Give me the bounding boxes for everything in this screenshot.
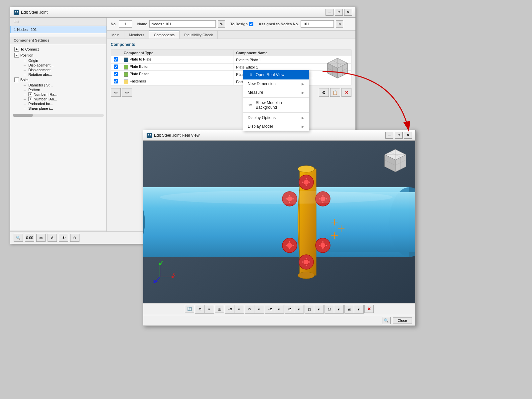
comp-btn-delete[interactable]: ✕ [341,88,351,97]
expander-number-an[interactable]: + [28,97,32,101]
assigned-edit-button[interactable]: ✕ [336,20,343,28]
info-bar: No. Name ✎ To Design Assigned to Nodes N… [107,18,355,31]
tree-item-origin[interactable]: Origin [22,58,104,63]
ctx-divider-2 [243,112,309,113]
status-view[interactable]: 👁 [59,234,68,242]
rv-btn-print[interactable]: 🖨 [345,305,354,313]
rv-btn-view[interactable]: ◫ [215,305,224,313]
rv-btn-group-z: ↔Z ▾ [265,305,284,314]
ctx-show-model[interactable]: 👁 Show Model in Background [243,98,309,112]
comp-btn-tool2[interactable]: 📋 [330,88,340,97]
viewport-3d[interactable]: Y X Z [143,141,415,304]
rv-btn-y[interactable]: ↕Y [245,305,254,313]
tree-item-displacement2[interactable]: Displacement... [22,67,104,72]
row2-checkbox[interactable] [114,65,118,69]
row4-checkbox[interactable] [114,79,118,83]
ctx-open-real-view[interactable]: 🖥 Open Real View [243,70,309,79]
rv-btn-z[interactable]: ↔Z [265,305,274,313]
row3-checkbox[interactable] [114,72,118,76]
tree-item-to-connect[interactable]: + To Connect [13,46,104,52]
rv-close-button[interactable]: Close [393,317,412,324]
tab-plausibility[interactable]: Plausibility Check [180,31,218,39]
status-text[interactable]: A [48,234,57,242]
tab-members[interactable]: Members [124,31,149,39]
rv-btn-iz-down[interactable]: ▾ [294,305,304,313]
name-label: Name [137,22,147,26]
row2-color [124,65,128,69]
assigned-input[interactable] [301,20,334,28]
no-label: No. [111,22,117,26]
rv-btn-render[interactable]: ◻ [305,305,314,313]
tree-item-position[interactable]: − Position [13,52,104,58]
to-design-checkbox[interactable] [249,22,253,26]
expander-bolts[interactable]: − [14,77,19,82]
rv-btn-move[interactable]: ⟲ [195,305,204,313]
rv-btn-cube-down[interactable]: ▾ [334,305,343,313]
rv-btn-iz[interactable]: ↕Z [285,305,294,313]
table-row[interactable]: Fasteners Fasteners 1 [111,78,351,85]
ctx-display-model[interactable]: Display Model ▶ [243,122,309,131]
tree-item-rotation[interactable]: Rotation abo... [22,72,104,77]
tree-item-number-ra[interactable]: + Number | Ra... [22,92,104,97]
tree-item-diameter[interactable]: Diameter | St... [22,83,104,87]
axis-indicator: Y X Z [153,260,177,284]
tree-item-preloaded[interactable]: Preloaded bo... [22,101,104,106]
comp-btn-back[interactable]: ⇦ [111,88,121,97]
tree-item-displacement1[interactable]: Displacement... [22,63,104,67]
rv-btn-render-down[interactable]: ▾ [314,305,324,313]
close-button[interactable]: ✕ [344,9,352,16]
col-type: Component Type [121,50,233,56]
table-row[interactable]: Plate to Plate Plate to Plate 1 [111,56,351,64]
row4-type: Fasteners [130,79,146,83]
tree-item-number-an[interactable]: + Number | An... [22,97,104,101]
comp-btn-tool1[interactable]: ⚙ [319,88,329,97]
realview-title: Edit Steel Joint Real View [154,133,200,138]
table-row[interactable]: Plate Editor Plate Editor 2 [111,71,351,78]
rv-btn-print-down[interactable]: ▾ [354,305,363,313]
settings-scrollbar[interactable] [13,114,104,117]
rv-maximize-button[interactable]: □ [395,132,403,139]
rv-close-button-x[interactable]: ✕ [404,132,412,139]
monitor-icon: 🖥 [248,72,253,77]
name-edit-button[interactable]: ✎ [218,20,225,28]
ctx-new-dimension[interactable]: New Dimension ▶ [243,79,309,88]
tree-item-pattern[interactable]: Pattern [22,87,104,92]
tree-item-shear-plane[interactable]: Shear plane i... [22,106,104,111]
row1-checkbox[interactable] [114,57,118,62]
nav-cube-main[interactable] [326,57,349,81]
rv-btn-x[interactable]: ↔X [225,305,234,313]
tab-main[interactable]: Main [107,31,124,39]
rv-btn-sync[interactable]: 🔄 [185,305,194,313]
status-fx[interactable]: fx [70,234,79,242]
status-value[interactable]: 0.00 [25,234,34,242]
rv-btn-x-down[interactable]: ▾ [234,305,244,313]
expander-to-connect[interactable]: + [14,47,19,52]
ctx-measure[interactable]: Measure ▶ [243,88,309,97]
maximize-button[interactable]: □ [335,9,343,16]
rv-minimize-button[interactable]: ─ [385,132,393,139]
no-field-group: No. [111,20,132,28]
minimize-button[interactable]: ─ [326,9,333,16]
rv-btn-move-down[interactable]: ▾ [204,305,214,313]
status-rect[interactable]: ▭ [36,234,46,242]
rv-btn-cube[interactable]: ⬡ [325,305,334,313]
sidebar-item-node[interactable]: 1 Nodes : 101 [10,26,106,33]
tree-item-bolts[interactable]: − Bolts [13,77,104,83]
rv-search-button[interactable]: 🔍 [382,317,391,324]
to-design-group: To Design [230,22,253,26]
rv-btn-cancel[interactable]: ✕ [364,305,374,313]
rv-btn-z-down[interactable]: ▾ [274,305,284,313]
col-check [111,50,121,56]
status-search[interactable]: 🔍 [14,234,23,242]
name-input[interactable] [149,20,216,28]
comp-btn-fwd[interactable]: ⇨ [122,88,132,97]
expander-position[interactable]: − [14,53,19,58]
tab-components[interactable]: Components [149,31,180,39]
arrow-icon-3: ▶ [302,116,304,120]
table-row[interactable]: Plate Editor Plate Editor 1 [111,64,351,71]
ctx-display-options[interactable]: Display Options ▶ [243,113,309,122]
rv-nav-cube[interactable] [382,147,409,174]
expander-number-ra[interactable]: + [28,92,32,96]
rv-btn-y-down[interactable]: ▾ [254,305,264,313]
no-input[interactable] [119,20,132,28]
